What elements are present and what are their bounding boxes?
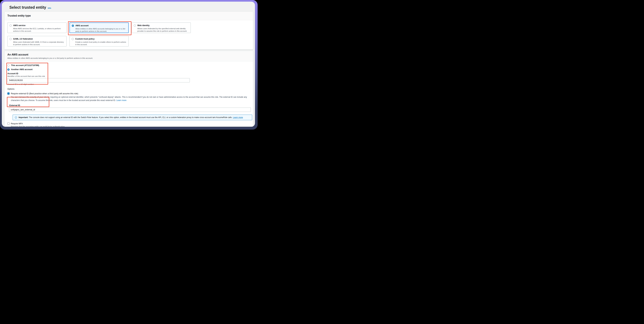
an-aws-account-card: An AWS account Allow entities in other A… [4,51,253,127]
info-link[interactable]: Info [48,7,51,9]
trusted-entity-tiles: AWS service Allow AWS services like EC2,… [8,22,253,46]
tile-label: SAML 2.0 federation [13,38,64,40]
banner-prefix: Important: [18,116,28,119]
radio-label: This account (471112710789) [11,64,39,66]
page-panel: Select trusted entity Info Trusted entit… [2,2,255,127]
radio-another-aws-account[interactable]: Another AWS account [8,68,250,71]
checkbox-label: Require MFA [11,122,23,125]
an-aws-account-title: An AWS account [8,53,28,56]
require-external-id-checkbox-row[interactable]: ✓ Require external ID (Best practice whe… [8,92,250,95]
banner-body: The console does not support using an ex… [28,116,233,119]
info-icon: i [15,116,17,119]
account-id-input[interactable] [8,78,190,82]
an-aws-account-header: An AWS account Allow entities in other A… [4,51,253,61]
tile-label: Web identity [137,24,188,27]
external-id-label: External ID [9,104,250,107]
checkbox-label: Require external ID (Best practice when … [11,92,78,95]
an-aws-account-description: Allow entities in other AWS accounts bel… [8,57,93,59]
tile-aws-service[interactable]: AWS service Allow AWS services like EC2,… [8,22,66,33]
page-header: Select trusted entity Info [9,5,51,10]
radio-this-account[interactable]: This account (471112710789) [8,64,250,66]
checkbox-unchecked-icon[interactable] [8,122,10,125]
banner-text: Important: The console does not support … [18,116,243,119]
tile-label: AWS account [76,24,126,27]
page-title: Select trusted entity [9,5,46,10]
radio-unselected-icon[interactable] [10,24,12,26]
radio-selected-icon[interactable] [8,68,10,71]
radio-selected-icon[interactable] [72,25,74,27]
account-id-label: Account ID [8,72,250,75]
trusted-entity-type-card: Trusted entity type AWS service Allow AW… [4,11,253,50]
window-frame: Select trusted entity Info Trusted entit… [0,0,258,130]
options-label: Options [8,88,250,90]
radio-label: Another AWS account [11,68,32,71]
radio-unselected-icon[interactable] [8,64,10,66]
account-id-description: Identifier of the account that can use t… [8,75,250,77]
important-info-banner: i Important: The console does not suppor… [13,115,252,120]
tile-description: Allow users federated with SAML 2.0 from… [13,41,64,46]
an-aws-account-body: This account (471112710789) Another AWS … [4,64,253,127]
trusted-entity-type-header: Trusted entity type [4,11,253,20]
trusted-entity-type-title: Trusted entity type [8,14,250,17]
require-mfa-description: Requires that the assuming entity use mu… [11,125,250,127]
radio-unselected-icon[interactable] [134,24,136,26]
require-external-id-description: You can increase the security of your ro… [11,96,250,102]
checkbox-checked-icon[interactable]: ✓ [8,92,10,95]
tile-aws-account[interactable]: AWS account Allow entities in other AWS … [70,22,129,33]
tile-web-identity[interactable]: Web identity Allows users federated by t… [132,22,191,33]
external-id-input[interactable] [9,108,251,112]
tile-custom-trust-policy[interactable]: Custom trust policy Create a custom trus… [70,36,129,46]
tile-label: AWS service [13,24,64,27]
tile-saml-federation[interactable]: SAML 2.0 federation Allow users federate… [8,36,66,46]
tile-description: Allows users federated by the specified … [137,27,188,33]
account-id-helper: Account ID is a 12-digit number. [8,83,250,85]
radio-unselected-icon[interactable] [72,38,74,40]
tile-label: Custom trust policy [75,38,126,40]
tile-description: Allow AWS services like EC2, Lambda, or … [13,27,64,33]
tile-description: Allow entities in other AWS accounts bel… [76,27,126,33]
tile-description: Create a custom trust policy to enable o… [75,41,126,46]
radio-unselected-icon[interactable] [10,38,12,40]
banner-learn-more-link[interactable]: Learn more [233,116,243,119]
require-mfa-checkbox-row[interactable]: Require MFA [8,122,250,125]
description-text: You can increase the security of your ro… [11,96,247,101]
learn-more-link[interactable]: Learn more [116,99,126,101]
